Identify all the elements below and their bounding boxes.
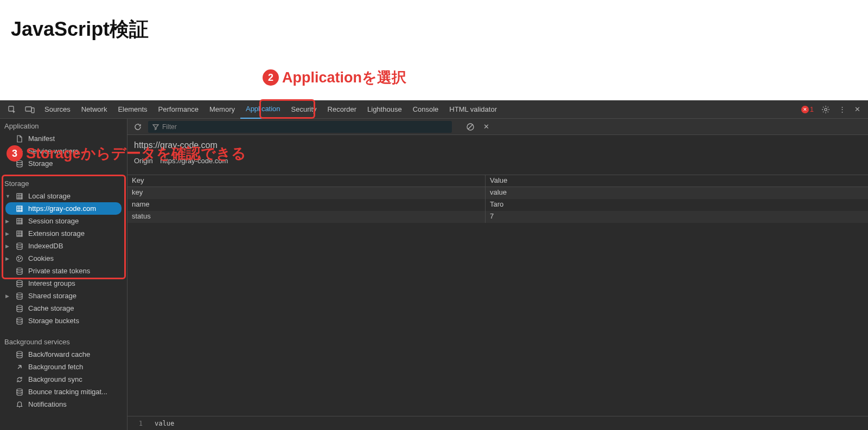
sidebar-item-extension-storage[interactable]: ▶Extension storage [0, 227, 127, 240]
error-count: 1 [810, 105, 814, 113]
filter-input[interactable] [162, 123, 448, 131]
sidebar-section-storage: Storage [0, 176, 127, 190]
bell-icon [15, 401, 24, 408]
sidebar-item-label: https://gray-code.com [28, 204, 96, 213]
svg-point-17 [17, 293, 22, 295]
annotation-2: 2 Applicationを選択 [263, 68, 406, 87]
page-title: JavaScript検証 [11, 16, 857, 43]
tab-memory[interactable]: Memory [204, 100, 240, 119]
device-icon[interactable] [21, 106, 39, 113]
sidebar-item-label: Background sync [28, 375, 82, 383]
db-icon [15, 388, 24, 396]
svg-point-11 [17, 255, 23, 261]
table-row[interactable]: status7 [127, 211, 868, 223]
tab-recorder[interactable]: Recorder [322, 100, 362, 119]
expand-arrow-icon: ▼ [5, 194, 11, 199]
annotation-3: 3 Storageからデータを確認できる [7, 144, 246, 163]
tab-html-validator[interactable]: HTML validator [444, 100, 502, 119]
sidebar-item-shared-storage[interactable]: ▶Shared storage [0, 290, 127, 302]
sidebar-item-interest-groups[interactable]: ▶Interest groups [0, 277, 127, 290]
svg-point-16 [17, 280, 22, 283]
sidebar-item-label: Background fetch [28, 363, 83, 371]
col-key[interactable]: Key [127, 175, 486, 187]
sidebar-item-label: Cache storage [28, 304, 74, 312]
upright-icon [15, 363, 24, 371]
tab-security[interactable]: Security [286, 100, 322, 119]
sidebar-item-background-sync[interactable]: ▶Background sync [0, 373, 127, 386]
expand-arrow-icon: ▶ [5, 243, 11, 249]
svg-point-12 [18, 257, 18, 258]
expand-arrow-icon: ▶ [5, 293, 11, 299]
refresh-icon[interactable] [132, 123, 144, 131]
svg-point-13 [20, 258, 21, 258]
expand-arrow-icon: ▶ [5, 219, 11, 224]
application-main: ✕ https://gray-code.com Origin https://g… [127, 119, 868, 430]
tab-application[interactable]: Application [240, 100, 286, 119]
sidebar-item-label: Interest groups [28, 279, 75, 287]
tab-sources[interactable]: Sources [39, 100, 76, 119]
cell-value: Taro [486, 199, 868, 211]
sidebar-item-session-storage[interactable]: ▶Session storage [0, 215, 127, 227]
filter-icon [152, 124, 159, 130]
col-value[interactable]: Value [486, 175, 868, 187]
db-icon [15, 317, 24, 325]
filter-field[interactable] [148, 121, 452, 133]
svg-point-18 [17, 305, 22, 307]
delete-icon[interactable]: ✕ [481, 123, 492, 131]
sidebar-item-label: Session storage [28, 217, 79, 225]
clear-icon[interactable] [464, 123, 477, 131]
sidebar-item-label: Local storage [28, 192, 71, 200]
table-row[interactable]: keyvalue [127, 187, 868, 199]
sidebar-item-label: Manifest [28, 134, 55, 143]
line-number: 1 [133, 420, 155, 427]
grid-icon [15, 230, 24, 238]
sidebar-section-application: Application [0, 119, 127, 132]
sidebar-item-https-gray-code-com[interactable]: https://gray-code.com [5, 202, 122, 215]
sidebar-item-label: Extension storage [28, 229, 85, 238]
tab-network[interactable]: Network [76, 100, 113, 119]
close-icon[interactable]: ✕ [850, 105, 865, 113]
expand-arrow-icon: ▶ [5, 256, 11, 261]
annotation-2-text: Applicationを選択 [282, 68, 406, 87]
tab-elements[interactable]: Elements [112, 100, 152, 119]
storage-toolbar: ✕ [127, 119, 868, 135]
error-indicator[interactable]: ✕ 1 [798, 105, 817, 113]
svg-point-10 [17, 243, 22, 245]
sidebar-item-back-forward-cache[interactable]: ▶Back/forward cache [0, 348, 127, 361]
sidebar-item-private-state-tokens[interactable]: ▶Private state tokens [0, 265, 127, 277]
tab-lighthouse[interactable]: Lighthouse [362, 100, 407, 119]
devtools-tabbar: SourcesNetworkElementsPerformanceMemoryA… [0, 100, 868, 119]
file-icon [15, 135, 24, 143]
cell-key: key [127, 187, 486, 199]
annotation-2-number: 2 [263, 69, 279, 86]
tab-console[interactable]: Console [407, 100, 444, 119]
settings-icon[interactable] [817, 105, 834, 114]
error-icon: ✕ [801, 106, 809, 113]
sync-icon [15, 376, 24, 383]
sidebar-item-notifications[interactable]: ▶Notifications [0, 398, 127, 410]
sidebar-item-bounce-tracking-mitigat[interactable]: ▶Bounce tracking mitigat... [0, 386, 127, 398]
sidebar-item-background-fetch[interactable]: ▶Background fetch [0, 361, 127, 373]
table-row[interactable]: nameTaro [127, 199, 868, 211]
sidebar-item-storage-buckets[interactable]: ▶Storage buckets [0, 315, 127, 327]
sidebar-item-label: Cookies [28, 254, 54, 262]
sidebar-item-label: Shared storage [28, 292, 76, 300]
svg-point-15 [17, 268, 22, 270]
sidebar-item-label: Private state tokens [28, 267, 90, 275]
value-editor[interactable]: 1 value [127, 416, 868, 430]
inspect-icon[interactable] [3, 105, 21, 114]
db-icon [15, 267, 24, 275]
sidebar-item-cookies[interactable]: ▶Cookies [0, 252, 127, 265]
annotation-3-text: Storageからデータを確認できる [26, 144, 246, 163]
tab-performance[interactable]: Performance [153, 100, 204, 119]
sidebar-item-cache-storage[interactable]: ▶Cache storage [0, 302, 127, 315]
sidebar-item-manifest[interactable]: ▶Manifest [0, 132, 127, 145]
db-icon [15, 280, 24, 287]
sidebar-item-indexeddb[interactable]: ▶IndexedDB [0, 240, 127, 252]
cookie-icon [15, 255, 24, 262]
more-icon[interactable]: ⋮ [834, 105, 850, 113]
cell-value: 7 [486, 211, 868, 223]
sidebar-item-label: Notifications [28, 400, 67, 408]
sidebar-item-local-storage[interactable]: ▼Local storage [0, 190, 127, 202]
svg-point-14 [18, 259, 19, 260]
